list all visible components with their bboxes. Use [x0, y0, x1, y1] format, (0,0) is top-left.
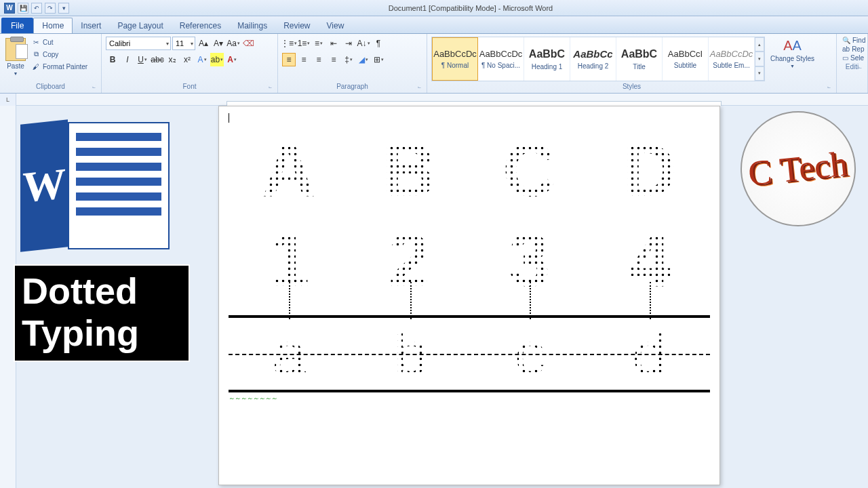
font-size-select[interactable]: 11: [172, 37, 195, 50]
format-painter-button[interactable]: 🖌Format Painter: [30, 61, 89, 72]
superscript-button[interactable]: x²: [180, 53, 194, 66]
copy-button[interactable]: ⧉Copy: [30, 49, 89, 60]
style-no-spacing[interactable]: AaBbCcDc¶ No Spaci...: [478, 37, 524, 81]
style-heading1[interactable]: AaBbCHeading 1: [524, 37, 570, 81]
horizontal-ruler[interactable]: L: [0, 94, 868, 106]
style-subtitle[interactable]: AaBbCcISubtitle: [663, 37, 709, 81]
align-left-button[interactable]: ≡: [282, 53, 296, 66]
styles-scroll[interactable]: ▴▾▾: [755, 37, 764, 81]
style-preview: AaBbCc: [573, 48, 612, 60]
dotted-letter: A: [262, 127, 315, 213]
line-spacing-button[interactable]: ‡: [342, 53, 355, 66]
text-effects-button[interactable]: A: [195, 53, 209, 66]
font-group-label: Font: [106, 83, 273, 92]
redo-button[interactable]: ↷: [45, 3, 56, 14]
style-subtle-emphasis[interactable]: AaBbCcDcSubtle Em...: [709, 37, 755, 81]
numbering-button[interactable]: 1≡: [297, 37, 311, 50]
style-normal[interactable]: AaBbCcDc¶ Normal: [432, 37, 478, 81]
bullets-button[interactable]: ⋮≡: [282, 37, 296, 50]
dotted-letters-row: A B C D: [229, 127, 710, 213]
format-painter-label: Format Painter: [43, 63, 87, 70]
group-styles: AaBbCcDc¶ Normal AaBbCcDc¶ No Spaci... A…: [427, 34, 837, 93]
dotted-letter: D: [623, 127, 677, 213]
replace-label: Rep: [852, 45, 864, 53]
title-overlay: Dotted Typing: [14, 264, 190, 362]
save-button[interactable]: 💾: [18, 3, 28, 14]
sort-button[interactable]: A↓: [357, 37, 370, 50]
change-styles-label: Change Styles: [770, 55, 814, 62]
channel-badge: C Tech: [741, 111, 856, 226]
ruler-corner[interactable]: L: [0, 94, 16, 106]
change-case-button[interactable]: Aa: [226, 37, 240, 50]
ribbon-tabs: File Home Insert Page Layout References …: [0, 16, 868, 34]
style-preview: AaBbCcDc: [710, 49, 753, 59]
tab-references[interactable]: References: [172, 18, 229, 33]
select-label: Sele: [850, 54, 864, 62]
trace-letter: b: [393, 319, 427, 389]
quick-access-toolbar: W 💾 ↶ ↷ ▾: [0, 3, 73, 14]
tab-view[interactable]: View: [319, 18, 353, 33]
grow-font-button[interactable]: A▴: [197, 37, 210, 50]
tab-page-layout[interactable]: Page Layout: [109, 18, 171, 33]
style-name: ¶ Normal: [441, 62, 469, 69]
ribbon: Paste ▼ ✂Cut ⧉Copy 🖌Format Painter Clipb…: [0, 34, 868, 94]
replace-button[interactable]: abRep: [842, 45, 862, 53]
find-icon: 🔍: [842, 37, 850, 44]
find-button[interactable]: 🔍Find: [842, 37, 862, 44]
styles-group-label: Styles: [431, 83, 832, 92]
style-name: Heading 1: [532, 63, 563, 70]
qat-customize[interactable]: ▾: [58, 3, 69, 14]
change-styles-button[interactable]: AA Change Styles ▼: [768, 37, 817, 70]
style-title[interactable]: AaBbCTitle: [616, 37, 663, 81]
borders-button[interactable]: ⊞: [372, 53, 385, 66]
tab-review[interactable]: Review: [275, 18, 318, 33]
strikethrough-button[interactable]: abc: [151, 53, 164, 66]
cut-button[interactable]: ✂Cut: [30, 37, 89, 47]
dotted-letter: B: [382, 127, 436, 213]
undo-button[interactable]: ↶: [31, 3, 42, 14]
copy-icon: ⧉: [31, 49, 41, 59]
group-clipboard: Paste ▼ ✂Cut ⧉Copy 🖌Format Painter Clipb…: [0, 34, 102, 93]
brush-icon: 🖌: [31, 62, 41, 71]
font-color-button[interactable]: A: [225, 53, 239, 66]
shrink-font-button[interactable]: A▾: [212, 37, 225, 50]
title-bar: W 💾 ↶ ↷ ▾ Document1 [Compatibility Mode]…: [0, 0, 868, 16]
trace-letter: c: [515, 319, 545, 389]
clipboard-group-label: Clipboard: [4, 83, 97, 92]
tab-home[interactable]: Home: [33, 18, 73, 33]
group-editing: 🔍Find abRep ▭Sele Editi: [837, 34, 868, 93]
bold-button[interactable]: B: [106, 53, 119, 66]
paste-icon: [5, 38, 26, 61]
align-right-button[interactable]: ≡: [312, 53, 326, 66]
tab-insert[interactable]: Insert: [73, 18, 109, 33]
highlight-button[interactable]: ab: [210, 53, 224, 66]
select-button[interactable]: ▭Sele: [842, 54, 862, 62]
style-name: Title: [633, 63, 646, 70]
decrease-indent-button[interactable]: ⇤: [327, 37, 340, 50]
font-name-select[interactable]: Calibri: [106, 37, 171, 50]
tab-file[interactable]: File: [1, 18, 33, 33]
shading-button[interactable]: ◢: [357, 53, 370, 66]
style-preview: AaBbCcDc: [479, 49, 523, 59]
cut-label: Cut: [43, 39, 54, 46]
group-font: Calibri 11 A▴ A▾ Aa ⌫ B I U abc x₂ x² A …: [102, 34, 278, 93]
show-marks-button[interactable]: ¶: [372, 37, 385, 50]
replace-icon: ab: [842, 45, 850, 53]
justify-button[interactable]: ≡: [327, 53, 340, 66]
spelling-squiggle: ～～～～～～～～: [229, 394, 710, 403]
tab-mailings[interactable]: Mailings: [229, 18, 275, 33]
italic-button[interactable]: I: [121, 53, 134, 66]
align-center-button[interactable]: ≡: [297, 53, 311, 66]
style-heading2[interactable]: AaBbCcHeading 2: [570, 37, 616, 81]
editing-group-label: Editi: [841, 63, 863, 72]
word-w-icon: W: [20, 119, 68, 251]
subscript-button[interactable]: x₂: [165, 53, 179, 66]
underline-button[interactable]: U: [136, 53, 149, 66]
style-preview: AaBbC: [621, 48, 657, 60]
dotted-numbers-row: 1 2 3 4: [229, 217, 710, 303]
increase-indent-button[interactable]: ⇥: [342, 37, 355, 50]
multilevel-button[interactable]: ≡: [312, 37, 326, 50]
document-page[interactable]: A B C D 1 2 3 4 a b c d ～～～～～～～～: [218, 106, 720, 485]
clear-formatting-button[interactable]: ⌫: [241, 37, 255, 50]
paste-button[interactable]: Paste ▼: [4, 37, 27, 77]
